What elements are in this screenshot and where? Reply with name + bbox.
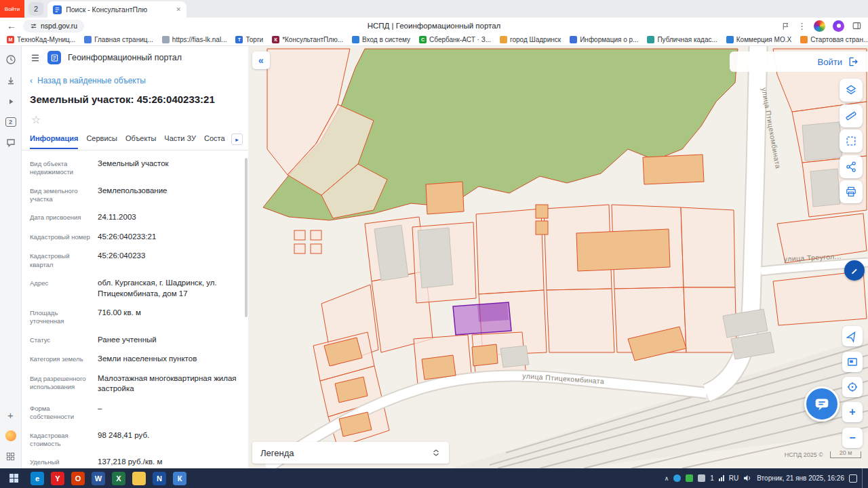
bookmark-label: https://fias-lk.nal... bbox=[172, 36, 227, 43]
tabs-scroll-next-button[interactable]: ▸ bbox=[231, 134, 243, 145]
map-attribution: НСПД 2025 © 20 м bbox=[785, 451, 861, 458]
bookmark-label: Главная страниц... bbox=[94, 36, 153, 43]
start-button[interactable] bbox=[0, 468, 27, 488]
side-tabs-count[interactable]: 2 bbox=[5, 117, 16, 127]
collapse-panel-button[interactable]: « bbox=[252, 52, 270, 69]
show-desktop-button[interactable] bbox=[862, 468, 865, 488]
taskbar-app-8[interactable]: К bbox=[170, 468, 190, 488]
panel-tab-5[interactable]: Соста bbox=[204, 133, 225, 148]
browser-profile-login-button[interactable]: Войти bbox=[0, 0, 24, 18]
plus-icon: + bbox=[849, 406, 855, 418]
menu-dots-icon[interactable]: ⋮ bbox=[797, 21, 806, 31]
field-label: Дата присвоения bbox=[30, 212, 98, 223]
panel-scrollbar[interactable] bbox=[245, 158, 248, 317]
clock-datetime[interactable]: Вторник, 21 янв 2025, 16:26 bbox=[757, 474, 844, 482]
page-title: НСПД | Геоинформационный портал bbox=[0, 22, 868, 30]
bookmark-item[interactable]: ТТорги bbox=[235, 36, 263, 43]
overview-map-button[interactable] bbox=[842, 352, 863, 372]
legend-toggle[interactable]: Легенда bbox=[252, 442, 449, 464]
play-sidebar-icon[interactable] bbox=[5, 96, 16, 107]
bookmark-favicon bbox=[84, 36, 92, 43]
tray-shield-icon[interactable] bbox=[686, 474, 693, 482]
yandex-services-icon[interactable] bbox=[5, 430, 16, 441]
panel-tab-1[interactable]: Информация bbox=[30, 133, 78, 149]
share-button[interactable] bbox=[840, 155, 863, 178]
tab-close-icon[interactable]: ✕ bbox=[176, 6, 182, 13]
apps-grid-icon[interactable] bbox=[5, 451, 16, 462]
taskbar-app-7[interactable]: N bbox=[149, 468, 170, 488]
tab-favicon bbox=[53, 5, 62, 14]
field-value: Землепользование bbox=[98, 186, 167, 204]
bookmark-item[interactable]: https://fias-lk.nal... bbox=[162, 36, 227, 43]
panel-tab-2[interactable]: Сервисы bbox=[86, 133, 117, 148]
taskbar-app-4[interactable]: W bbox=[88, 468, 108, 488]
bookmark-item[interactable]: город Шадринск bbox=[500, 36, 561, 43]
map-login-bar[interactable]: Войти bbox=[730, 52, 868, 72]
field-value: Малоэтажная многоквартирная жилая застро… bbox=[98, 373, 241, 394]
tray-app-icon-blue[interactable] bbox=[673, 474, 681, 482]
bookmark-item[interactable]: ССбербанк-АСТ · З... bbox=[419, 36, 491, 43]
panel-tab-3[interactable]: Объекты bbox=[125, 133, 156, 148]
field-value: Земли населенных пунктов bbox=[98, 354, 197, 365]
field-row: Кадастровая стоимость98 248,41 руб. bbox=[30, 430, 241, 449]
downloads-icon[interactable] bbox=[5, 75, 16, 86]
back-arrow-icon[interactable]: ← bbox=[7, 21, 16, 30]
panel-tab-4[interactable]: Части ЗУ bbox=[164, 133, 196, 148]
measure-button[interactable] bbox=[840, 104, 863, 127]
taskbar-app-6[interactable] bbox=[129, 468, 149, 488]
volume-icon[interactable] bbox=[743, 474, 752, 482]
taskbar-app-3[interactable]: O bbox=[68, 468, 88, 488]
chat-bubble-icon bbox=[812, 394, 831, 413]
draw-tool-button[interactable] bbox=[844, 260, 865, 281]
chat-sidebar-icon[interactable] bbox=[5, 137, 16, 148]
bookmark-item[interactable]: Информация о р... bbox=[570, 36, 638, 43]
scale-bar: 20 м bbox=[830, 451, 861, 458]
side-add-icon[interactable]: + bbox=[7, 410, 14, 420]
language-indicator[interactable]: RU bbox=[729, 474, 738, 482]
notification-center-icon[interactable] bbox=[849, 474, 857, 483]
taskbar-app-2[interactable]: Y bbox=[47, 468, 68, 488]
legend-label: Легенда bbox=[260, 448, 294, 458]
address-bar[interactable]: nspd.gov.ru bbox=[23, 20, 84, 33]
locate-button[interactable] bbox=[842, 326, 863, 346]
taskbar-app-icon: X bbox=[112, 472, 125, 485]
network-icon[interactable] bbox=[719, 475, 724, 481]
crosshair-icon bbox=[846, 380, 859, 394]
chat-support-button[interactable] bbox=[804, 386, 840, 422]
hamburger-menu-icon[interactable] bbox=[30, 54, 41, 62]
tab-group-chip[interactable]: 2 bbox=[28, 2, 43, 16]
browser-tab[interactable]: Поиск - КонсультантПлю ✕ bbox=[47, 1, 186, 18]
bookmark-item[interactable]: Публичная кадас... bbox=[647, 36, 717, 43]
print-button[interactable] bbox=[840, 180, 863, 203]
favorite-star-icon[interactable]: ☆ bbox=[31, 114, 41, 125]
taskbar-app-5[interactable]: X bbox=[108, 468, 129, 488]
select-area-button[interactable] bbox=[840, 129, 863, 152]
bookmark-item[interactable]: Главная страниц... bbox=[84, 36, 153, 43]
zoom-in-button[interactable]: + bbox=[842, 402, 863, 422]
zoom-out-button[interactable]: − bbox=[842, 428, 863, 448]
bookmark-item[interactable]: К*КонсультантПлю... bbox=[272, 36, 343, 43]
selected-parcel[interactable] bbox=[453, 302, 511, 335]
field-row: Дата присвоения24.11.2003 bbox=[30, 212, 241, 223]
bookmark-item[interactable]: Стартовая стран... bbox=[800, 36, 868, 43]
side-panels-icon[interactable] bbox=[852, 21, 861, 30]
field-value: 24.11.2003 bbox=[98, 212, 136, 223]
select-area-icon bbox=[844, 134, 858, 148]
bookmark-item[interactable]: Коммерция МО.Х bbox=[726, 36, 791, 43]
coordinates-button[interactable] bbox=[842, 377, 863, 397]
field-row: Удельный показатель кадастровой стоимост… bbox=[30, 457, 241, 468]
map-canvas[interactable]: улица Птицекомбината улица Треугол... ул… bbox=[248, 46, 868, 468]
bookmark-flag-icon[interactable] bbox=[781, 22, 790, 30]
bookmark-item[interactable]: MТехноКад-Муниц... bbox=[7, 36, 75, 43]
tray-chevron-icon[interactable]: ∧ bbox=[665, 475, 669, 482]
alice-icon[interactable] bbox=[833, 20, 844, 32]
side-tabs-count-label: 2 bbox=[9, 119, 12, 125]
taskbar-app-1[interactable]: e bbox=[27, 468, 47, 488]
back-to-results-link[interactable]: ‹ Назад в найденные объекты bbox=[30, 76, 240, 85]
avatar[interactable] bbox=[814, 20, 825, 32]
bookmark-item[interactable]: Вход в систему bbox=[352, 36, 410, 43]
layers-button[interactable] bbox=[840, 79, 863, 102]
history-clock-icon[interactable] bbox=[5, 54, 16, 65]
tray-app-icon-gray[interactable] bbox=[698, 474, 705, 482]
field-label: Кадастровая стоимость bbox=[30, 430, 98, 449]
